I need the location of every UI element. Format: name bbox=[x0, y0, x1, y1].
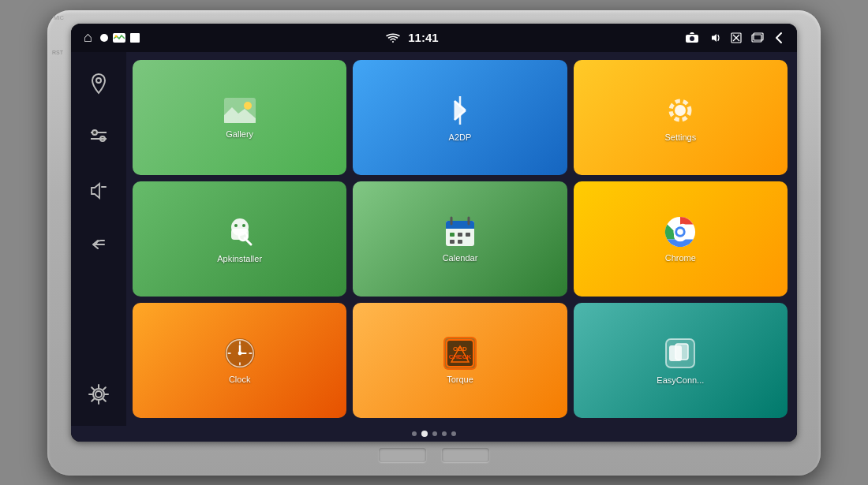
nav-back-icon[interactable] bbox=[83, 229, 114, 260]
status-bar: ⌂ bbox=[71, 24, 797, 52]
dot-circle bbox=[100, 34, 108, 42]
android-screen: ⌂ bbox=[71, 24, 797, 442]
svg-rect-41 bbox=[450, 240, 455, 244]
dot-square bbox=[130, 33, 140, 43]
chrome-icon bbox=[664, 215, 697, 248]
chrome-label: Chrome bbox=[665, 253, 696, 263]
svg-point-9 bbox=[96, 78, 101, 83]
status-center: 11:41 bbox=[386, 31, 438, 44]
status-right bbox=[685, 32, 784, 44]
calendar-label: Calendar bbox=[443, 253, 478, 263]
apk-icon bbox=[224, 215, 256, 249]
apps-grid: Gallery A2DP bbox=[126, 52, 797, 426]
app-tile-clock[interactable]: Clock bbox=[133, 303, 346, 418]
app-tile-a2dp[interactable]: A2DP bbox=[353, 60, 567, 175]
gallery-label: Gallery bbox=[226, 129, 253, 139]
main-content: Gallery A2DP bbox=[71, 52, 797, 426]
easyconnect-icon bbox=[663, 336, 698, 371]
window-icon[interactable] bbox=[751, 32, 764, 43]
easyconnect-label: EasyConn... bbox=[657, 375, 704, 385]
clock-label: Clock bbox=[229, 375, 251, 384]
app-tile-settings[interactable]: Settings bbox=[574, 60, 788, 175]
volume-icon bbox=[709, 32, 721, 43]
svg-point-46 bbox=[678, 229, 684, 235]
nav-eq-icon[interactable] bbox=[83, 121, 114, 153]
app-tile-apk[interactable]: Apkinstaller bbox=[133, 181, 346, 297]
bottom-physical-buttons bbox=[379, 448, 489, 462]
svg-rect-38 bbox=[450, 233, 455, 237]
torque-label: Torque bbox=[447, 375, 473, 384]
dot-image bbox=[113, 33, 125, 43]
page-dot-2[interactable] bbox=[421, 431, 428, 437]
gallery-icon bbox=[223, 96, 257, 125]
app-tile-chrome[interactable]: Chrome bbox=[574, 181, 788, 297]
page-dots bbox=[71, 426, 797, 442]
page-dot-5[interactable] bbox=[451, 431, 456, 436]
home-icon[interactable]: ⌂ bbox=[84, 29, 92, 46]
bottom-btn-left[interactable] bbox=[379, 448, 426, 462]
page-dot-1[interactable] bbox=[412, 431, 417, 436]
svg-rect-42 bbox=[458, 240, 462, 244]
svg-point-30 bbox=[242, 224, 245, 227]
status-dots bbox=[100, 33, 140, 43]
svg-point-29 bbox=[234, 224, 238, 227]
svg-point-1 bbox=[114, 35, 117, 38]
rst-label: RST bbox=[52, 50, 63, 55]
svg-rect-61 bbox=[675, 344, 688, 360]
settings-icon bbox=[663, 93, 698, 128]
app-tile-torque[interactable]: OBD CHECK Torque bbox=[353, 303, 567, 418]
time-display: 11:41 bbox=[408, 31, 438, 44]
svg-point-55 bbox=[238, 351, 241, 355]
a2dp-label: A2DP bbox=[449, 132, 472, 142]
svg-rect-35 bbox=[446, 226, 474, 229]
a2dp-icon bbox=[448, 93, 472, 128]
status-left: ⌂ bbox=[84, 29, 140, 46]
mic-label: MIC bbox=[54, 15, 64, 21]
torque-icon: OBD CHECK bbox=[443, 337, 477, 370]
screen-bezel: ⏻ △ ↩ + − ⚙ ⌂ bbox=[71, 24, 797, 442]
svg-point-17 bbox=[95, 391, 102, 397]
page-dot-3[interactable] bbox=[432, 431, 437, 436]
app-tile-easyconnect[interactable]: EasyConn... bbox=[574, 303, 788, 418]
page-dot-4[interactable] bbox=[442, 431, 447, 436]
camera-icon bbox=[685, 32, 699, 43]
svg-point-11 bbox=[92, 130, 97, 135]
app-tile-gallery[interactable]: Gallery bbox=[133, 60, 346, 175]
svg-point-20 bbox=[244, 102, 252, 110]
car-unit: MIC RST ⏻ △ ↩ + − ⚙ ⌂ bbox=[47, 10, 821, 476]
svg-rect-39 bbox=[458, 233, 462, 237]
back-icon[interactable] bbox=[773, 32, 784, 44]
svg-point-25 bbox=[675, 105, 686, 116]
torque-icon-box: OBD CHECK bbox=[443, 337, 477, 370]
settings-label: Settings bbox=[664, 132, 696, 142]
nav-settings-icon[interactable] bbox=[83, 379, 114, 410]
app-tile-calendar[interactable]: Calendar bbox=[353, 181, 567, 297]
close-icon[interactable] bbox=[731, 32, 742, 43]
apk-label: Apkinstaller bbox=[217, 254, 262, 263]
left-nav bbox=[71, 52, 126, 426]
clock-icon bbox=[223, 337, 256, 370]
bottom-btn-right[interactable] bbox=[442, 448, 489, 462]
svg-rect-40 bbox=[466, 233, 470, 237]
wifi-icon bbox=[386, 32, 400, 43]
nav-vol-icon[interactable] bbox=[83, 175, 114, 207]
nav-location-icon[interactable] bbox=[83, 68, 114, 99]
svg-point-3 bbox=[690, 36, 694, 41]
calendar-icon bbox=[443, 215, 477, 248]
